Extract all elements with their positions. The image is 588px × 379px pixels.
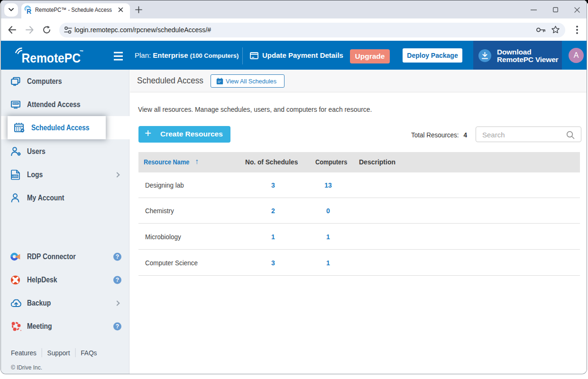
svg-text:LOGS: LOGS [12, 175, 18, 178]
svg-text:RemotePC: RemotePC [22, 51, 81, 65]
svg-text:R: R [27, 8, 31, 14]
svg-text:™: ™ [80, 49, 84, 54]
